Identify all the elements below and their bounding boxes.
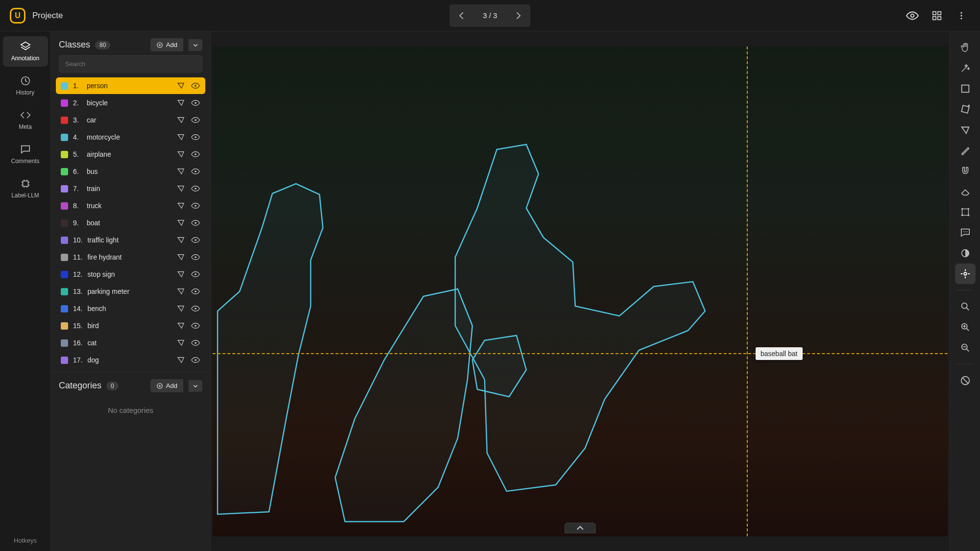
add-class-button[interactable]: Add	[150, 38, 183, 51]
class-item-parking-meter[interactable]: 13.parking meter	[56, 283, 205, 300]
class-item-truck[interactable]: 8.truck	[56, 197, 205, 214]
polygon-tool[interactable]	[955, 120, 976, 140]
class-item-train[interactable]: 7.train	[56, 180, 205, 197]
polygon-icon[interactable]	[176, 184, 186, 193]
center-tool[interactable]	[955, 264, 976, 284]
add-category-button[interactable]: Add	[150, 379, 183, 392]
eye-icon[interactable]	[191, 149, 200, 159]
add-class-label: Add	[166, 41, 177, 48]
polygon-icon[interactable]	[176, 167, 186, 176]
page-navigator: 3 / 3	[449, 4, 530, 27]
polygon-icon[interactable]	[176, 235, 186, 245]
eye-icon[interactable]	[191, 115, 200, 125]
class-list[interactable]: 1.person2.bicycle3.car4.motorcycle5.airp…	[51, 77, 210, 369]
class-number: 3.	[73, 116, 82, 124]
class-item-dog[interactable]: 17.dog	[56, 352, 205, 368]
polygon-icon[interactable]	[176, 338, 186, 348]
class-item-boat[interactable]: 9.boat	[56, 215, 205, 231]
eye-icon[interactable]	[191, 304, 200, 313]
zoom-in[interactable]	[955, 317, 976, 337]
zoom-out[interactable]	[955, 337, 976, 358]
magic-wand-tool[interactable]	[955, 58, 976, 78]
plus-circle-icon	[156, 42, 163, 48]
next-image-button[interactable]	[508, 6, 529, 25]
polygon-icon[interactable]	[176, 98, 186, 108]
add-class-dropdown[interactable]	[188, 39, 202, 51]
poly-person-batter[interactable]	[455, 144, 705, 491]
rail-comments[interactable]: Comments	[3, 139, 48, 169]
poly-person-catcher[interactable]	[335, 289, 472, 522]
comment-tool[interactable]	[955, 222, 976, 243]
graph-tool[interactable]	[955, 202, 976, 222]
class-item-bench[interactable]: 14.bench	[56, 300, 205, 317]
project-name[interactable]: Projecte	[32, 11, 63, 21]
rail-meta[interactable]: Meta	[3, 105, 48, 135]
polygon-icon[interactable]	[176, 287, 186, 296]
polygon-icon[interactable]	[176, 269, 186, 279]
polygon-icon[interactable]	[176, 132, 186, 142]
class-search-input[interactable]	[59, 55, 202, 72]
visibility-toggle[interactable]	[904, 7, 921, 24]
image-canvas[interactable]: baseball bat	[213, 47, 948, 536]
rotated-bbox-tool[interactable]	[955, 99, 976, 120]
rail-annotation[interactable]: Annotation	[3, 36, 48, 67]
polygon-icon[interactable]	[176, 304, 186, 313]
eye-icon[interactable]	[191, 269, 200, 279]
brush-tool[interactable]	[955, 140, 976, 161]
polygon-icon[interactable]	[176, 115, 186, 125]
zoom-search[interactable]	[955, 296, 976, 317]
eye-icon[interactable]	[191, 132, 200, 142]
bbox-tool[interactable]	[955, 78, 976, 99]
class-item-stop-sign[interactable]: 12.stop sign	[56, 266, 205, 283]
eye-icon[interactable]	[191, 184, 200, 193]
canvas-viewport[interactable]: baseball bat	[211, 31, 950, 551]
app-logo[interactable]: U	[10, 8, 25, 24]
rail-history[interactable]: History	[3, 71, 48, 101]
eye-icon[interactable]	[191, 252, 200, 262]
eye-icon[interactable]	[191, 167, 200, 176]
polygon-icon[interactable]	[176, 252, 186, 262]
eye-icon[interactable]	[191, 287, 200, 296]
disable-tool[interactable]	[955, 370, 976, 391]
more-menu-button[interactable]	[953, 7, 970, 24]
class-item-airplane[interactable]: 5.airplane	[56, 146, 205, 163]
eye-icon[interactable]	[191, 218, 200, 228]
hand-tool[interactable]	[955, 37, 976, 58]
hotkeys-button[interactable]: Hotkeys	[0, 537, 50, 544]
eye-icon[interactable]	[191, 98, 200, 108]
bottom-panel-toggle[interactable]	[564, 523, 596, 533]
eye-icon[interactable]	[191, 235, 200, 245]
eye-icon[interactable]	[191, 81, 200, 91]
class-item-person[interactable]: 1.person	[56, 77, 205, 94]
eye-icon[interactable]	[191, 338, 200, 348]
polygon-icon[interactable]	[176, 218, 186, 228]
poly-person-umpire[interactable]	[218, 184, 323, 514]
class-name-label: train	[87, 185, 171, 192]
prev-image-button[interactable]	[451, 6, 472, 25]
polygon-icon[interactable]	[176, 355, 186, 365]
color-tool[interactable]	[955, 243, 976, 264]
annotations-overlay	[213, 47, 948, 536]
eye-icon[interactable]	[191, 201, 200, 211]
polygon-icon[interactable]	[176, 201, 186, 211]
polygon-icon[interactable]	[176, 321, 186, 331]
class-item-cat[interactable]: 16.cat	[56, 335, 205, 351]
eraser-tool[interactable]	[955, 181, 976, 202]
class-name-label: motorcycle	[87, 133, 171, 141]
class-item-fire-hydrant[interactable]: 11.fire hydrant	[56, 249, 205, 265]
class-item-bicycle[interactable]: 2.bicycle	[56, 95, 205, 111]
class-item-traffic-light[interactable]: 10.traffic light	[56, 232, 205, 248]
chevron-down-icon	[193, 383, 198, 389]
class-item-bus[interactable]: 6.bus	[56, 163, 205, 180]
grid-view-button[interactable]	[928, 7, 946, 24]
class-item-bird[interactable]: 15.bird	[56, 317, 205, 334]
class-item-motorcycle[interactable]: 4.motorcycle	[56, 129, 205, 145]
eye-icon[interactable]	[191, 321, 200, 331]
polygon-icon[interactable]	[176, 81, 186, 91]
add-category-dropdown[interactable]	[188, 380, 202, 392]
eye-icon[interactable]	[191, 355, 200, 365]
class-item-car[interactable]: 3.car	[56, 112, 205, 128]
polygon-icon[interactable]	[176, 149, 186, 159]
magnet-tool[interactable]	[955, 161, 976, 181]
rail-label-llm[interactable]: Label-LLM	[3, 173, 48, 204]
